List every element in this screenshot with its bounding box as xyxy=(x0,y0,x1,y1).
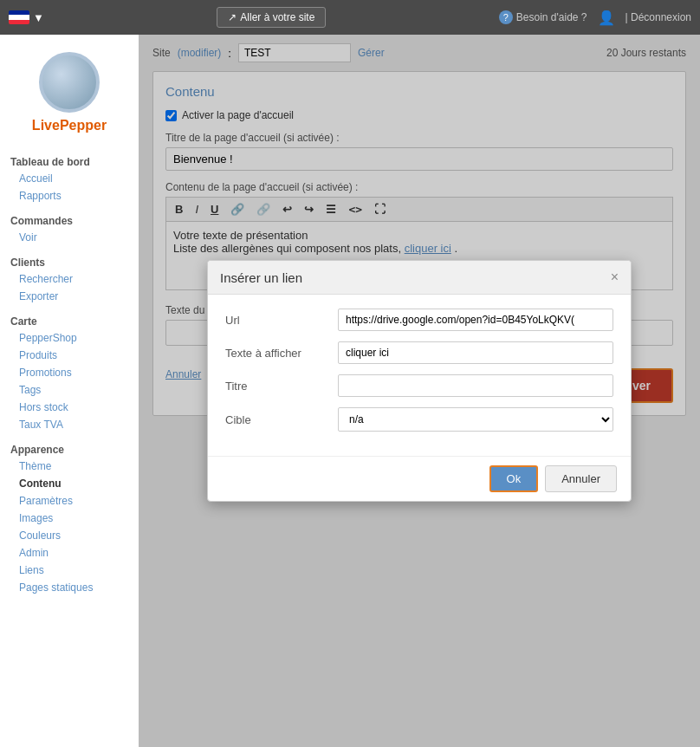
help-label: Besoin d'aide ? xyxy=(516,11,587,23)
main-layout: LivePepper Tableau de bord Accueil Rappo… xyxy=(0,35,700,747)
sidebar-section-carte: Carte xyxy=(0,310,139,329)
sidebar-item-admin[interactable]: Admin xyxy=(0,544,139,562)
modal-header: Insérer un lien × xyxy=(208,261,631,295)
title-input[interactable] xyxy=(338,374,613,397)
sidebar-item-tags[interactable]: Tags xyxy=(0,381,139,399)
insert-link-modal: Insérer un lien × Url Texte à afficher T… xyxy=(207,260,632,502)
help-link[interactable]: ? Besoin d'aide ? xyxy=(499,10,587,24)
logo-area: LivePepper xyxy=(0,43,139,151)
sidebar-item-exporter[interactable]: Exporter xyxy=(0,288,139,305)
user-icon[interactable]: 👤 xyxy=(598,10,615,26)
sidebar: LivePepper Tableau de bord Accueil Rappo… xyxy=(0,35,139,747)
logo-text: LivePepper xyxy=(32,118,107,133)
sidebar-item-voir[interactable]: Voir xyxy=(0,229,139,246)
sidebar-item-images[interactable]: Images xyxy=(0,510,139,527)
modal-footer: Ok Annuler xyxy=(208,456,631,501)
top-navigation: ▼ ↗ Aller à votre site ? Besoin d'aide ?… xyxy=(0,0,700,35)
modal-overlay: Insérer un lien × Url Texte à afficher T… xyxy=(139,35,700,747)
display-text-field-row: Texte à afficher xyxy=(225,341,613,364)
content-area: Site (modifier) : Gérer 20 Jours restant… xyxy=(139,35,700,747)
flag-icon xyxy=(9,10,29,24)
cible-select[interactable]: n/a _blank _self _parent _top xyxy=(338,407,613,432)
sidebar-item-pages-statiques[interactable]: Pages statiques xyxy=(0,579,139,596)
sidebar-section-apparence: Apparence xyxy=(0,438,139,458)
logo-pepper: Pepper xyxy=(60,118,107,133)
sidebar-item-rapports[interactable]: Rapports xyxy=(0,187,139,205)
sidebar-item-couleurs[interactable]: Couleurs xyxy=(0,527,139,544)
sidebar-item-promotions[interactable]: Promotions xyxy=(0,364,139,381)
sidebar-item-taux-tva[interactable]: Taux TVA xyxy=(0,416,139,433)
display-text-input[interactable] xyxy=(338,341,613,364)
sidebar-section-commandes: Commandes xyxy=(0,210,139,229)
cible-label: Cible xyxy=(225,413,338,426)
sidebar-item-produits[interactable]: Produits xyxy=(0,347,139,364)
modal-ok-button[interactable]: Ok xyxy=(489,465,539,492)
help-icon: ? xyxy=(499,10,513,24)
modal-title: Insérer un lien xyxy=(220,270,302,285)
flag-dropdown-icon: ▼ xyxy=(33,11,44,24)
language-selector[interactable]: ▼ xyxy=(9,10,44,24)
sidebar-item-theme[interactable]: Thème xyxy=(0,458,139,475)
logo-live: Live xyxy=(32,118,60,133)
deconnexion-link[interactable]: | Déconnexion xyxy=(625,11,692,23)
sidebar-item-liens[interactable]: Liens xyxy=(0,562,139,579)
sidebar-section-clients: Clients xyxy=(0,251,139,270)
title-field-row: Titre xyxy=(225,374,613,397)
sidebar-section-tableau: Tableau de bord xyxy=(0,151,139,170)
sidebar-item-parametres[interactable]: Paramètres xyxy=(0,492,139,510)
modal-close-button[interactable]: × xyxy=(611,270,619,285)
logo-circle xyxy=(39,52,100,113)
external-icon: ↗ xyxy=(228,11,237,23)
url-label: Url xyxy=(225,314,338,327)
cible-field-row: Cible n/a _blank _self _parent _top xyxy=(225,407,613,432)
sidebar-item-accueil[interactable]: Accueil xyxy=(0,170,139,187)
title-label: Titre xyxy=(225,380,338,393)
modal-cancel-button[interactable]: Annuler xyxy=(545,465,617,492)
url-field-row: Url xyxy=(225,309,613,331)
display-text-label: Texte à afficher xyxy=(225,347,338,360)
modal-body: Url Texte à afficher Titre Cible xyxy=(208,295,631,456)
aller-site-button[interactable]: ↗ Aller à votre site xyxy=(217,7,326,28)
sidebar-item-contenu[interactable]: Contenu xyxy=(0,475,139,492)
sidebar-item-peppershop[interactable]: PepperShop xyxy=(0,329,139,347)
sidebar-item-hors-stock[interactable]: Hors stock xyxy=(0,399,139,416)
url-input[interactable] xyxy=(338,309,613,331)
sidebar-item-rechercher[interactable]: Rechercher xyxy=(0,270,139,288)
aller-site-label: Aller à votre site xyxy=(240,11,314,23)
